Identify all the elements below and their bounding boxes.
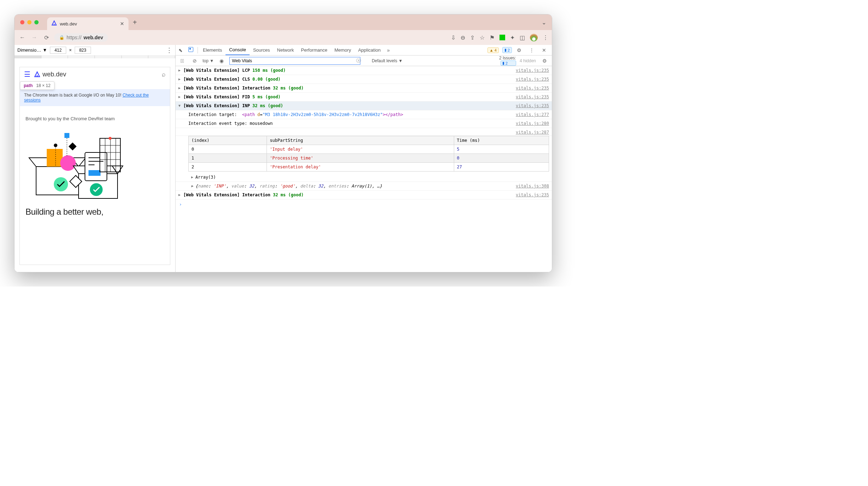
collapse-caret-icon[interactable]: ▼ — [178, 103, 183, 109]
source-link[interactable]: vitals.js:308 — [516, 183, 549, 189]
info-badge[interactable]: ▮ 2 — [502, 47, 512, 53]
log-row[interactable]: ▶ [Web Vitals Extension] LCP 158 ms (goo… — [176, 66, 552, 75]
hero-illustration — [25, 128, 125, 202]
source-link[interactable]: vitals.js:280 — [516, 120, 549, 127]
device-mode-icon[interactable] — [185, 47, 196, 53]
hamburger-icon[interactable]: ☰ — [24, 70, 30, 79]
log-row[interactable]: ▶ [Web Vitals Extension] FID 5 ms (good)… — [176, 93, 552, 102]
array-summary[interactable]: ▶Array(3) — [176, 173, 552, 182]
minimize-window-button[interactable] — [27, 20, 32, 24]
source-link[interactable]: vitals.js:235 — [516, 67, 549, 74]
tab-application[interactable]: Application — [355, 45, 384, 55]
zoom-icon[interactable]: ⊖ — [461, 34, 465, 41]
bookmark-icon[interactable]: ☆ — [480, 34, 485, 41]
site-header: ☰ web.dev ⌕ — [20, 67, 170, 81]
banner-text: The Chrome team is back at Google I/O on… — [24, 93, 122, 98]
eye-icon[interactable]: ◉ — [217, 58, 227, 64]
source-link[interactable]: vitals.js:235 — [516, 103, 549, 109]
settings-icon[interactable]: ⚙ — [514, 47, 524, 53]
tab-network[interactable]: Network — [274, 45, 298, 55]
log-detail-event: Interaction event type: mousedown vitals… — [176, 119, 552, 128]
devtools-panel: ⬉ Elements Console Sources Network Perfo… — [176, 45, 552, 272]
url-bar[interactable]: 🔒 https://web.dev — [54, 33, 108, 42]
maximize-window-button[interactable] — [34, 20, 39, 24]
object-summary[interactable]: ▶ {name: 'INP', value: 32, rating: 'good… — [176, 182, 552, 191]
toolbar-icons: ⇩ ⊖ ⇪ ☆ ⚑ ✦ ◫ ⋮ — [451, 34, 548, 41]
tabs-menu-button[interactable]: ⌄ — [542, 19, 546, 26]
console-body: ▶ [Web Vitals Extension] LCP 158 ms (goo… — [176, 66, 552, 272]
expand-caret-icon[interactable]: ▶ — [178, 94, 183, 100]
browser-tab[interactable]: web.dev ✕ — [47, 17, 129, 30]
warnings-badge[interactable]: ▲ 4 — [487, 47, 499, 53]
log-row[interactable]: ▶ [Web Vitals Extension] Interaction 32 … — [176, 191, 552, 199]
favicon-icon — [51, 20, 57, 27]
source-link[interactable]: vitals.js:277 — [516, 111, 549, 118]
source-link[interactable]: vitals.js:235 — [516, 94, 549, 100]
svg-rect-15 — [85, 152, 107, 181]
expand-caret-icon[interactable]: ▶ — [178, 76, 183, 82]
expand-caret-icon[interactable]: ▶ — [178, 67, 183, 74]
issues-link[interactable]: 2 Issues: ▮ 2 — [499, 56, 516, 66]
inspect-icon[interactable]: ⬉ — [176, 47, 185, 53]
tooltip-dimensions: 18 × 12 — [36, 83, 50, 88]
sidepanel-icon[interactable]: ◫ — [520, 34, 525, 41]
expand-caret-icon[interactable]: ▶ — [178, 85, 183, 91]
tab-elements[interactable]: Elements — [199, 45, 225, 55]
levels-select[interactable]: Default levels ▼ — [372, 58, 402, 63]
close-tab-button[interactable]: ✕ — [120, 21, 124, 27]
log-row[interactable]: ▶ [Web Vitals Extension] Interaction 32 … — [176, 84, 552, 93]
tab-title: web.dev — [60, 21, 117, 27]
more-tabs-button[interactable]: » — [384, 47, 393, 53]
source-link[interactable]: vitals.js:235 — [516, 192, 549, 198]
tab-console[interactable]: Console — [225, 45, 250, 55]
tab-memory[interactable]: Memory — [331, 45, 355, 55]
main-area: Dimensio…▼ × ⋮ ☰ web.dev — [15, 45, 552, 272]
run-icon[interactable]: ▸⃞ — [178, 58, 187, 64]
site-subtitle: Brought to you by the Chrome DevRel team — [25, 116, 164, 121]
width-input[interactable] — [50, 47, 66, 54]
log-row-expanded[interactable]: ▼ [Web Vitals Extension] INP 32 ms (good… — [176, 102, 552, 110]
tab-performance[interactable]: Performance — [297, 45, 331, 55]
browser-window: web.dev ✕ + ⌄ ← → ⟳ 🔒 https://web.dev ⇩ … — [14, 14, 552, 272]
source-link[interactable]: vitals.js:235 — [516, 85, 549, 91]
forward-button[interactable]: → — [30, 34, 39, 41]
console-settings-icon[interactable]: ⚙ — [539, 58, 550, 64]
table-header: subPartString — [267, 136, 454, 145]
console-filter-bar: ▸⃞ ⊘ top ▼ ◉ ⓧ Default levels ▼ 2 Issues… — [176, 56, 552, 66]
close-devtools-button[interactable]: ✕ — [539, 47, 549, 53]
search-icon[interactable]: ⌕ — [162, 71, 166, 78]
device-more-button[interactable]: ⋮ — [166, 46, 172, 54]
source-link[interactable]: vitals.js:235 — [516, 76, 549, 82]
back-button[interactable]: ← — [18, 34, 27, 41]
filter-input[interactable] — [229, 57, 360, 65]
clear-console-icon[interactable]: ⊘ — [190, 58, 200, 64]
scope-select[interactable]: top ▼ — [202, 58, 214, 63]
preview-content: ☰ web.dev ⌕ path 18 × 12 The Chrome team… — [19, 67, 170, 265]
profile-avatar[interactable] — [530, 34, 538, 41]
console-table: (index) subPartString Time (ms) 0'Input … — [188, 136, 549, 172]
new-tab-button[interactable]: + — [133, 18, 137, 27]
table-row: 0'Input delay'5 — [189, 145, 549, 154]
device-select[interactable]: Dimensio…▼ — [17, 47, 47, 53]
download-icon[interactable]: ⇩ — [451, 34, 456, 41]
height-input[interactable] — [75, 47, 91, 54]
tab-sources[interactable]: Sources — [250, 45, 274, 55]
expand-caret-icon[interactable]: ▶ — [178, 192, 183, 198]
address-bar: ← → ⟳ 🔒 https://web.dev ⇩ ⊖ ⇪ ☆ ⚑ ✦ ◫ ⋮ — [15, 30, 552, 45]
console-prompt[interactable]: › — [176, 199, 552, 209]
svg-rect-9 — [69, 143, 77, 151]
site-logo[interactable]: web.dev — [34, 71, 66, 78]
extension-square-icon[interactable] — [499, 35, 505, 40]
flag-icon[interactable]: ⚑ — [490, 34, 495, 41]
table-row: 1'Processing time'0 — [189, 154, 549, 163]
extensions-icon[interactable]: ✦ — [510, 34, 515, 41]
close-window-button[interactable] — [20, 20, 24, 24]
share-icon[interactable]: ⇪ — [470, 34, 475, 41]
clear-filter-icon[interactable]: ⓧ — [353, 58, 364, 64]
kebab-menu-icon[interactable]: ⋮ — [543, 34, 548, 41]
source-link[interactable]: vitals.js:287 — [516, 129, 549, 135]
reload-button[interactable]: ⟳ — [42, 34, 51, 41]
devtools-menu-icon[interactable]: ⋮ — [526, 47, 537, 53]
log-row[interactable]: ▶ [Web Vitals Extension] CLS 0.00 (good)… — [176, 75, 552, 84]
svg-point-0 — [54, 24, 55, 25]
